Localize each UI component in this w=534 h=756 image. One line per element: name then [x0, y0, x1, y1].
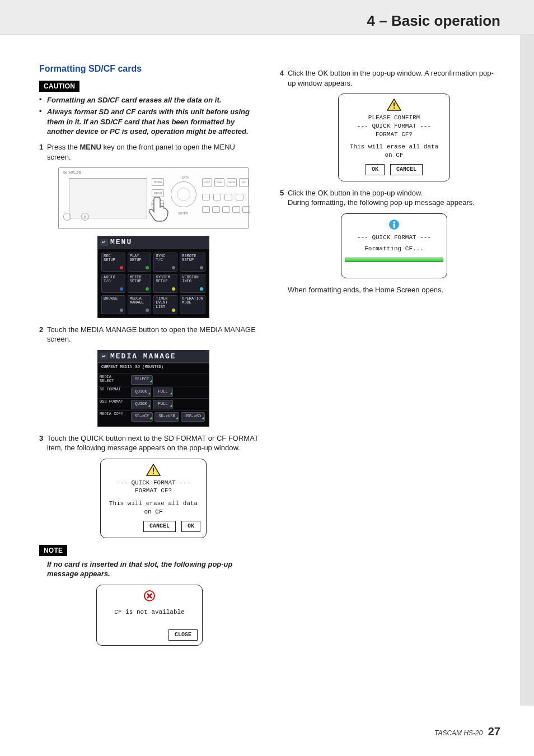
- chapter-title: 4 – Basic operation: [367, 11, 500, 34]
- label: CURRENT MEDIA: [101, 365, 132, 370]
- closing-text: When formatting ends, the Home Screen op…: [288, 285, 500, 295]
- jog-label: DATA: [174, 176, 196, 180]
- popup-line: FORMAT CF?: [344, 130, 444, 139]
- menu-cell[interactable]: OPERATIONMODE: [180, 295, 205, 314]
- menu-cell[interactable]: SYNCT/C: [153, 253, 177, 272]
- back-icon: ↩: [100, 353, 108, 360]
- chip-button[interactable]: USB->SD◢: [181, 412, 205, 422]
- cancel-button[interactable]: CANCEL: [143, 521, 176, 532]
- menu-grid: RECSETUPPLAYSETUPSYNCT/CREMOTESETUPAUDIO…: [98, 249, 209, 318]
- step-number: 4: [280, 68, 284, 78]
- device-model: ☒ HS-20: [63, 170, 81, 176]
- step-5: 5 Click the OK button in the pop-up wind…: [288, 188, 500, 295]
- menu-cell[interactable]: SYSTEMSETUP: [153, 274, 177, 293]
- chip-button[interactable]: FULL◢: [153, 400, 173, 409]
- step-number: 3: [39, 433, 43, 444]
- row-label: MEDIA SELECT: [98, 374, 129, 386]
- menu-cell[interactable]: MEDIAMANAGE: [128, 295, 152, 314]
- step-4: 4 Click the OK button in the pop-up wind…: [288, 68, 500, 181]
- media-row: USB FORMATQUICK◢FULL◢: [98, 398, 209, 410]
- caution-tag: CAUTION: [39, 81, 79, 92]
- side-tab: [520, 34, 534, 706]
- ok-button[interactable]: OK: [366, 164, 385, 175]
- svg-point-6: [393, 221, 395, 223]
- menu-cell[interactable]: TIMEREVENT LIST: [153, 295, 177, 314]
- popup-line: --- QUICK FORMAT ---: [344, 122, 444, 130]
- chip-button[interactable]: SELECT◢: [131, 375, 153, 385]
- menu-title-bar: ↩ MENU: [98, 236, 209, 249]
- page-footer: TASCAM HS-20 27: [434, 724, 500, 739]
- text-bold: MENU: [80, 143, 101, 151]
- play-icon: PLAY: [214, 178, 224, 187]
- step-text: Click the OK button in the pop-up window…: [288, 69, 494, 87]
- home-button-icon: HOME: [152, 178, 164, 186]
- chip-button[interactable]: SD->CF◢: [131, 412, 153, 422]
- popup-line: PLEASE CONFIRM: [344, 114, 444, 122]
- media-manage-screen: ↩ MEDIA MANAGE CURRENT MEDIA SD (MOUNTED…: [97, 350, 209, 427]
- close-button[interactable]: CLOSE: [168, 629, 198, 641]
- step-1: 1 Press the MENU key on the front panel …: [47, 142, 260, 318]
- media-manage-rows: MEDIA SELECTSELECT◢SD FORMATQUICK◢FULL◢U…: [98, 371, 209, 426]
- svg-rect-1: [153, 473, 154, 474]
- svg-rect-3: [394, 102, 395, 106]
- steps-left: 1 Press the MENU key on the front panel …: [39, 142, 260, 538]
- step-text: Touch the QUICK button next to the SD FO…: [47, 434, 259, 452]
- progress-bar: [345, 258, 443, 262]
- menu-cell[interactable]: AUDIOI/O: [101, 274, 125, 293]
- menu-cell[interactable]: VERSIONINFO: [180, 274, 205, 293]
- popup-line: This will erase all data on CF: [106, 500, 200, 516]
- popup-line: FORMAT CF?: [106, 487, 200, 495]
- value: SD (MOUNTED): [135, 365, 163, 370]
- quick-format-popup: --- QUICK FORMAT --- FORMAT CF? This wil…: [100, 459, 207, 538]
- rec-icon: REC: [239, 178, 249, 187]
- step-number: 2: [39, 325, 43, 335]
- menu-cell[interactable]: REMOTESETUP: [180, 253, 205, 272]
- screen-title-bar: ↩ MEDIA MANAGE: [98, 351, 209, 363]
- pause-icon: PAUSE: [227, 178, 237, 187]
- svg-rect-7: [394, 223, 395, 228]
- section-heading: Formatting SD/CF cards: [39, 63, 260, 75]
- confirm-popup: PLEASE CONFIRM --- QUICK FORMAT --- FORM…: [338, 94, 450, 181]
- popup-line: --- QUICK FORMAT ---: [106, 479, 200, 487]
- screen-title: MEDIA MANAGE: [110, 352, 176, 362]
- media-row: MEDIA COPYSD->CF◢SD->USB◢USB->SD◢: [98, 410, 209, 423]
- step-text: Touch the MEDIA MANAGE button to open th…: [47, 325, 256, 344]
- steps-right: 4 Click the OK button in the pop-up wind…: [280, 68, 500, 295]
- cancel-button[interactable]: CANCEL: [390, 164, 423, 175]
- caution-item: Always format SD and CF cards with this …: [47, 107, 260, 137]
- button-row-3: [202, 206, 250, 213]
- popup-line: --- QUICK FORMAT ---: [347, 234, 441, 242]
- ok-button[interactable]: OK: [181, 521, 200, 532]
- menu-cell[interactable]: BROWSE: [101, 295, 125, 314]
- chapter-header: 4 – Basic operation: [0, 0, 534, 35]
- stop-icon: STOP: [202, 178, 212, 187]
- text: Press the: [47, 143, 80, 151]
- menu-cell[interactable]: PLAYSETUP: [128, 253, 152, 272]
- menu-screen: ↩ MENU RECSETUPPLAYSETUPSYNCT/CREMOTESET…: [97, 236, 209, 318]
- progress-popup: --- QUICK FORMAT --- Formatting CF...: [341, 213, 447, 279]
- row-label: SD FORMAT: [98, 386, 129, 398]
- caution-item: Formatting an SD/CF card erases all the …: [47, 95, 260, 105]
- media-row: SD FORMATQUICK◢FULL◢: [98, 386, 209, 398]
- svg-rect-0: [153, 468, 154, 472]
- not-available-popup: CF is not available CLOSE: [96, 585, 203, 646]
- step-number: 1: [39, 142, 43, 152]
- step-text: Click the OK button in the pop-up window…: [288, 189, 423, 197]
- media-row: MEDIA SELECTSELECT◢: [98, 374, 209, 386]
- row-label: MEDIA COPY: [98, 411, 129, 423]
- menu-cell[interactable]: RECSETUP: [101, 253, 125, 272]
- chip-button[interactable]: QUICK◢: [131, 388, 151, 397]
- menu-cell[interactable]: METERSETUP: [128, 274, 152, 293]
- chip-button[interactable]: QUICK◢: [131, 400, 151, 409]
- right-column: 4 Click the OK button in the pop-up wind…: [280, 63, 500, 652]
- chip-button[interactable]: FULL◢: [153, 388, 173, 397]
- step-2: 2 Touch the MEDIA MANAGE button to open …: [47, 325, 260, 427]
- step-text: During formatting, the following pop-up …: [288, 198, 475, 207]
- chip-button[interactable]: SD->USB◢: [154, 412, 179, 422]
- text: HS-20: [68, 170, 81, 175]
- page-number: 27: [488, 725, 500, 738]
- step-3: 3 Touch the QUICK button next to the SD …: [47, 433, 260, 538]
- menu-title: MENU: [110, 237, 132, 248]
- step-number: 5: [280, 188, 284, 198]
- popup-line: This will erase all data on CF: [344, 143, 444, 160]
